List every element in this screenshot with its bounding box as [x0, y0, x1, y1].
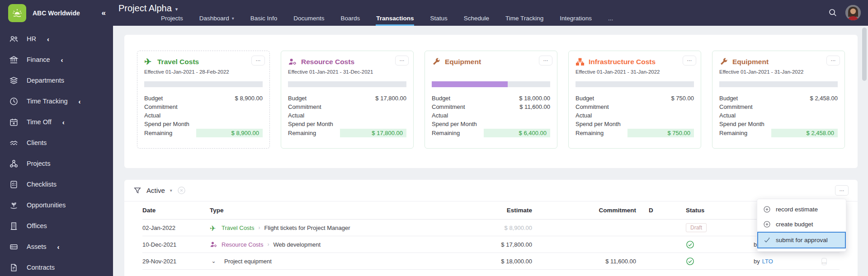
budget-card-travel-costs[interactable]: ✈ Travel Costs ... Effective 01-Jan-2021…: [137, 51, 270, 149]
user-link[interactable]: LTO: [762, 258, 773, 265]
tab-time-tracking[interactable]: Time Tracking: [505, 12, 544, 26]
col-header-estimate[interactable]: Estimate: [460, 207, 532, 214]
tab-dashboard[interactable]: Dashboard▾: [199, 12, 235, 26]
checklist-icon: [9, 180, 19, 189]
document-icon: [9, 263, 19, 272]
sidebar-collapse-icon[interactable]: «: [102, 9, 105, 18]
effective-dates: Effective 01-Jan-2021 - 31-Jan-2022: [719, 69, 838, 75]
chevron-left-icon: ‹: [47, 35, 49, 43]
sidebar-item-opportunities[interactable]: Opportunities: [0, 195, 113, 215]
remaining-value: $ 17,800.00: [340, 129, 406, 137]
menu-item-record-estimate[interactable]: record estimate: [757, 202, 846, 217]
table-row[interactable]: 29-Nov-2021 ⌄ Project equipment $ 18,000…: [142, 253, 840, 270]
sidebar-nav: HR ‹ Finance ‹ Departments Time Tracking…: [0, 26, 113, 276]
layers-icon: [9, 76, 19, 85]
card-menu-button[interactable]: ...: [395, 56, 409, 65]
col-header-commitment[interactable]: Commitment: [532, 207, 636, 214]
budget-card-title: Travel Costs: [157, 57, 199, 67]
row-menu-button[interactable]: ...: [821, 258, 827, 265]
card-menu-button[interactable]: ...: [251, 56, 265, 65]
cell-date: 02-Jan-2022: [142, 225, 208, 231]
sidebar: ABC Worldwide « HR ‹ Finance ‹ Departmen…: [0, 0, 113, 276]
col-header-status[interactable]: Status: [686, 207, 754, 214]
tab-documents[interactable]: Documents: [293, 12, 325, 26]
menu-item-create-budget[interactable]: create budget: [757, 217, 846, 232]
sidebar-item-assets[interactable]: Assets ‹: [0, 236, 113, 257]
budget-value: $ 2,458.00: [810, 95, 838, 102]
budget-card-infrastructure-costs[interactable]: Infrastructure Costs ... Effective 01-Ja…: [568, 51, 701, 149]
status-approved-icon: [686, 257, 694, 266]
by-label: by: [754, 258, 760, 265]
sidebar-item-clients[interactable]: Clients: [0, 132, 113, 153]
budget-card-title: Resource Costs: [301, 57, 354, 67]
commitment-value: $ 11,600.00: [519, 103, 550, 110]
vertical-scrollbar[interactable]: [862, 28, 867, 81]
budget-card-title: Infrastructure Costs: [589, 57, 656, 67]
card-menu-button[interactable]: ...: [539, 56, 552, 65]
tab-basic-info[interactable]: Basic Info: [250, 12, 278, 26]
sitemap-icon: [576, 57, 585, 66]
chevron-left-icon: ‹: [61, 56, 63, 64]
cell-description: Web development: [273, 241, 321, 248]
cell-estimate: $ 18,000.00: [460, 258, 532, 265]
budget-value: $ 18,000.00: [519, 95, 550, 102]
cell-commitment: $ 11,600.00: [532, 258, 636, 265]
budget-progress-bar: [144, 81, 263, 87]
sidebar-item-offices[interactable]: Offices: [0, 215, 113, 236]
transactions-panel: Active ▾ ... Date Type Estimate Commitme…: [124, 180, 858, 276]
chevron-left-icon: ‹: [62, 118, 65, 126]
sidebar-item-time-tracking[interactable]: Time Tracking ‹: [0, 91, 113, 112]
workspace-logo[interactable]: [8, 4, 26, 22]
sidebar-item-departments[interactable]: Departments: [0, 70, 113, 91]
plus-circle-icon: [763, 220, 771, 228]
cell-type-link[interactable]: Resource Costs: [222, 241, 263, 248]
more-icon: ...: [608, 15, 613, 22]
tab-more[interactable]: ...: [608, 12, 613, 26]
filter-clear-icon[interactable]: [177, 186, 186, 195]
col-header-d[interactable]: D: [636, 207, 686, 214]
remaining-value: $ 6,400.00: [484, 129, 550, 137]
tab-transactions[interactable]: Transactions: [376, 12, 414, 26]
filter-funnel-icon[interactable]: [133, 187, 142, 195]
card-menu-button[interactable]: ...: [826, 56, 840, 65]
sidebar-item-time-off[interactable]: Time Off ‹: [0, 112, 113, 132]
tab-boards[interactable]: Boards: [340, 12, 360, 26]
network-icon: [9, 159, 19, 168]
plane-icon: ✈: [144, 57, 153, 66]
budget-card-equipment-2[interactable]: Equipment ... Effective 01-Jan-2021 - 31…: [712, 51, 845, 149]
drive-icon: [9, 242, 19, 252]
table-row[interactable]: 02-Jan-2022 ✈ Travel Costs › Flight tick…: [142, 220, 840, 236]
chevron-left-icon: ‹: [57, 243, 60, 251]
sprout-icon: [9, 201, 19, 210]
sidebar-item-projects[interactable]: Projects: [0, 153, 113, 174]
card-menu-button[interactable]: ...: [683, 56, 696, 65]
tab-projects[interactable]: Projects: [160, 12, 184, 26]
plane-icon: ✈: [210, 224, 217, 232]
menu-item-submit-for-approval[interactable]: submit for approval: [757, 232, 846, 248]
table-menu-button[interactable]: ...: [835, 185, 849, 196]
col-header-date[interactable]: Date: [142, 207, 208, 214]
tab-status[interactable]: Status: [429, 12, 448, 26]
sidebar-item-finance[interactable]: Finance ‹: [0, 49, 113, 70]
budgets-panel: ✈ Travel Costs ... Effective 01-Jan-2021…: [124, 35, 858, 168]
cell-type-link[interactable]: Travel Costs: [222, 225, 254, 231]
table-row[interactable]: 10-Dec-2021 Resource Costs › Web develop…: [142, 236, 840, 253]
caret-down-icon[interactable]: ▾: [170, 188, 172, 193]
sidebar-item-hr[interactable]: HR ‹: [0, 28, 113, 49]
filter-active[interactable]: Active: [146, 187, 165, 194]
breadcrumb-separator: ›: [258, 225, 260, 231]
sidebar-item-contracts[interactable]: Contracts: [0, 257, 113, 276]
caret-down-icon: ▾: [232, 16, 234, 21]
tab-schedule[interactable]: Schedule: [463, 12, 490, 26]
bank-icon: [9, 55, 19, 65]
expand-chevron-icon[interactable]: ⌄: [210, 258, 217, 264]
tab-integrations[interactable]: Integrations: [559, 12, 592, 26]
budget-card-resource-costs[interactable]: Resource Costs ... Effective 01-Jan-2021…: [281, 51, 414, 149]
budget-progress-bar: [432, 81, 550, 87]
budget-card-equipment-1[interactable]: Equipment ... Budget$ 18,000.00 Commitme…: [425, 51, 557, 149]
person-gear-icon: [210, 241, 217, 248]
col-header-type[interactable]: Type: [208, 207, 460, 214]
search-icon[interactable]: [828, 8, 837, 17]
user-avatar[interactable]: [845, 5, 861, 20]
sidebar-item-checklists[interactable]: Checklists: [0, 174, 113, 195]
